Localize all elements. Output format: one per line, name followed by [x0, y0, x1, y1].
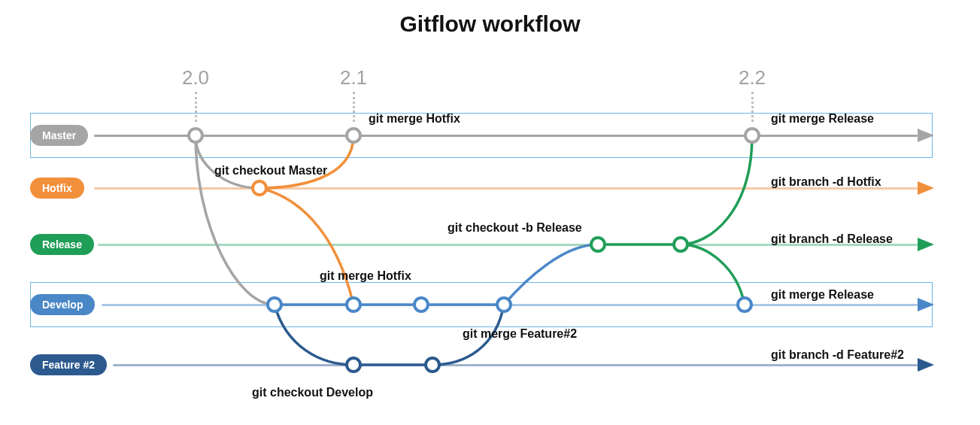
- version-dots-0: [195, 92, 197, 122]
- branch-label-master: Master: [30, 125, 88, 146]
- branch-label-develop: Develop: [30, 294, 95, 315]
- label-git-merge-release-top: git merge Release: [771, 112, 874, 126]
- branch-label-hotfix: Hotfix: [30, 178, 84, 199]
- commit-master-3: [744, 127, 760, 144]
- label-git-merge-feature2: git merge Feature#2: [463, 327, 577, 341]
- label-git-merge-hotfix-dev: git merge Hotfix: [320, 269, 411, 283]
- version-label-1: 2.1: [340, 66, 367, 90]
- arrow-feature2: [918, 358, 934, 372]
- branch-label-release: Release: [30, 234, 94, 255]
- commit-release-1: [590, 236, 606, 253]
- commit-master-1: [187, 127, 204, 144]
- commit-feature2-1: [345, 357, 362, 373]
- branch-line-feature2: [113, 364, 918, 366]
- commit-develop-4: [496, 296, 512, 313]
- label-git-branch-d-hotfix: git branch -d Hotfix: [771, 175, 881, 189]
- commit-feature2-2: [424, 357, 441, 373]
- label-git-checkout-master: git checkout Master: [214, 164, 327, 178]
- version-dots-1: [353, 92, 355, 122]
- commit-release-2: [672, 236, 689, 253]
- label-git-branch-d-feature2: git branch -d Feature#2: [771, 348, 904, 362]
- diagram-stage: 2.0 2.1 2.2 Master Hotfix Release Develo…: [30, 75, 933, 406]
- commit-master-2: [345, 127, 362, 144]
- branch-label-feature2: Feature #2: [30, 354, 107, 375]
- arrow-develop: [918, 298, 934, 311]
- commit-develop-2: [345, 296, 362, 313]
- version-label-0: 2.0: [182, 66, 209, 90]
- arrow-master: [918, 129, 934, 142]
- commit-hotfix-1: [251, 180, 268, 196]
- commit-develop-1: [266, 296, 283, 313]
- commit-develop-5: [736, 296, 753, 313]
- label-git-checkout-develop: git checkout Develop: [252, 386, 373, 399]
- label-git-merge-hotfix-top: git merge Hotfix: [369, 112, 460, 126]
- diagram-title: Gitflow workflow: [0, 11, 980, 37]
- branch-line-master: [94, 135, 918, 137]
- commit-develop-3: [413, 296, 429, 313]
- version-dots-2: [751, 92, 754, 122]
- arrow-hotfix: [918, 181, 934, 195]
- label-git-checkout-b-release: git checkout -b Release: [448, 221, 582, 235]
- arrow-release: [918, 238, 934, 251]
- version-label-2: 2.2: [739, 66, 766, 90]
- label-git-branch-d-release: git branch -d Release: [771, 232, 893, 246]
- label-git-merge-release-dev: git merge Release: [771, 288, 874, 302]
